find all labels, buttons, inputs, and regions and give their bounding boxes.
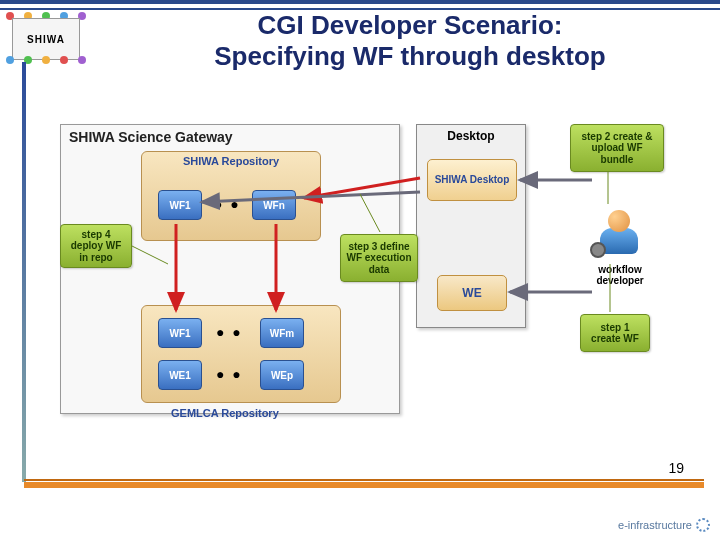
gemlca-repo-label: GEMLCA Repository [171, 407, 279, 419]
logo-text: SHIWA [27, 34, 65, 45]
gemlca-wep-box: WEp [260, 360, 304, 390]
globe-icon [696, 518, 710, 532]
architecture-diagram: SHIWA Science Gateway SHIWA Repository W… [60, 124, 700, 434]
shiwa-repository: SHIWA Repository WF1 ● ● WFn [141, 151, 321, 241]
title-line-2: Specifying WF through desktop [214, 41, 605, 71]
we-box: WE [437, 275, 507, 311]
step-2-callout: step 2 create & upload WF bundle [570, 124, 664, 172]
logo-beads-bottom [6, 56, 86, 64]
gemlca-wfm-box: WFm [260, 318, 304, 348]
gemlca-repository: WF1 ● ● WFm WE1 ● ● WEp [141, 305, 341, 403]
ellipsis-icon: ● ● [216, 366, 243, 382]
desktop-title: Desktop [417, 129, 525, 143]
gateway-title: SHIWA Science Gateway [69, 129, 233, 145]
left-vertical-rule [22, 62, 26, 482]
page-number: 19 [668, 460, 684, 476]
title-line-1: CGI Developer Scenario: [258, 10, 563, 40]
footer-rule [24, 482, 704, 488]
shiwa-repo-label: SHIWA Repository [142, 155, 320, 167]
step-1-callout: step 1 create WF [580, 314, 650, 352]
gemlca-we1-box: WE1 [158, 360, 202, 390]
desktop-panel: Desktop SHIWA Desktop WE [416, 124, 526, 328]
wfn-box: WFn [252, 190, 296, 220]
footer-brand-text: e-infrastructure [618, 519, 692, 531]
shiwa-logo: SHIWA [12, 18, 80, 60]
ellipsis-icon: ● ● [214, 196, 241, 212]
slide-title: CGI Developer Scenario: Specifying WF th… [130, 10, 690, 72]
wf1-box: WF1 [158, 190, 202, 220]
gemlca-wf1-box: WF1 [158, 318, 202, 348]
ellipsis-icon: ● ● [216, 324, 243, 340]
developer-label: workflow developer [580, 264, 660, 286]
step-3-callout: step 3 define WF execution data [340, 234, 418, 282]
step-4-callout: step 4 deploy WF in repo [60, 224, 132, 268]
shiwa-desktop-box: SHIWA Desktop [427, 159, 517, 201]
developer-icon [596, 210, 642, 256]
footer-brand: e-infrastructure [618, 518, 710, 532]
header-rule-thick [0, 0, 720, 4]
